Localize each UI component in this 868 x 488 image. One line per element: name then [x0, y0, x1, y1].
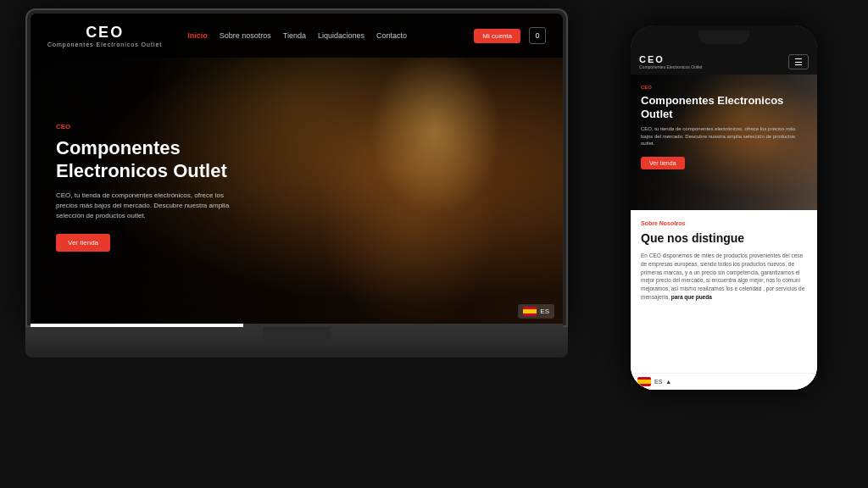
phone-menu-button[interactable]: ☰ — [788, 54, 809, 69]
nav-links: Inicio Sobre nosotros Tienda Liquidacion… — [187, 31, 474, 40]
phone-hero-content: CEO Componentes Electronicos Outlet CEO,… — [641, 85, 807, 169]
language-label: ES — [540, 308, 549, 315]
desktop-monitor: CEO Componentes Electronicos Outlet Inic… — [25, 8, 568, 358]
progress-fill — [31, 324, 243, 327]
phone-screen: CEO Componentes Electronicos Outlet ☰ CE… — [631, 49, 817, 390]
monitor-stand-neck-inner — [263, 327, 331, 344]
phone-hero-description: CEO, tu tienda de componentes electrónic… — [641, 125, 807, 147]
hero-section: CEO Componentes Electronicos Outlet CEO,… — [31, 14, 563, 327]
monitor-screen: CEO Componentes Electronicos Outlet Inic… — [31, 14, 563, 327]
page-progress-bar — [31, 324, 563, 327]
phone-hero-section: CEO Componentes Electronicos Outlet CEO,… — [631, 75, 817, 210]
language-badge[interactable]: ES — [518, 304, 554, 319]
phone-hero-title: Componentes Electronicos Outlet — [641, 94, 807, 120]
phone-cta-button[interactable]: Ver tienda — [641, 157, 685, 169]
hero-cta-button[interactable]: Ver tienda — [56, 234, 110, 252]
hero-title: Componentes Electronicos Outlet — [56, 137, 293, 182]
phone-language-label: ES — [654, 379, 662, 385]
phone-about-text: En CEO disponemos de miles de productos … — [641, 252, 807, 302]
mobile-phone: CEO Componentes Electronicos Outlet ☰ CE… — [631, 25, 817, 390]
phone-flag-spain-icon — [637, 377, 651, 386]
hero-content: CEO Componentes Electronicos Outlet CEO,… — [56, 123, 293, 252]
chevron-up-icon: ▲ — [665, 379, 671, 385]
mi-cuenta-button[interactable]: Mi cuenta — [474, 29, 520, 43]
phone-about-title: Que nos distingue — [641, 231, 807, 245]
monitor-bezel: CEO Componentes Electronicos Outlet Inic… — [25, 8, 568, 327]
desktop-nav: CEO Componentes Electronicos Outlet Inic… — [31, 14, 563, 58]
phone-nav-title: CEO — [639, 54, 665, 64]
phone-hero-tag: CEO — [641, 85, 807, 90]
about-text-part2: mejoramos, así mismo realizamos los e — [641, 286, 737, 291]
flag-spain-icon — [523, 307, 537, 316]
cart-button[interactable]: 0 — [529, 27, 546, 44]
nav-link-inicio[interactable]: Inicio — [187, 31, 208, 40]
phone-about-tag: Sobre Nosotros — [641, 220, 807, 226]
monitor-stand-neck — [25, 327, 568, 344]
phone-nav-logo: CEO Componentes Electronicos Outlet — [639, 54, 702, 69]
phone-about-section: Sobre Nosotros Que nos distingue En CEO … — [631, 210, 817, 390]
nav-logo-subtitle: Componentes Electronicos Outlet — [47, 42, 162, 47]
website-desktop: CEO Componentes Electronicos Outlet Inic… — [31, 14, 563, 327]
monitor-stand-base — [25, 344, 568, 358]
nav-link-liquidaciones[interactable]: Liquidaciones — [318, 31, 364, 40]
phone-nav-subtitle: Componentes Electronicos Outlet — [639, 64, 702, 69]
phone-language-bar[interactable]: ES ▲ — [631, 373, 817, 390]
phone-nav: CEO Componentes Electronicos Outlet ☰ — [631, 49, 817, 75]
hero-description: CEO, tu tienda de componentes electrónic… — [56, 191, 242, 221]
nav-logo: CEO Componentes Electronicos Outlet — [47, 24, 162, 47]
about-text-part1: En CEO disponemos de miles de productos … — [641, 252, 803, 283]
main-scene: CEO Componentes Electronicos Outlet Inic… — [0, 0, 868, 488]
hero-person-illustration — [283, 47, 537, 327]
nav-link-contacto[interactable]: Contacto — [376, 31, 407, 40]
phone-website: CEO Componentes Electronicos Outlet ☰ CE… — [631, 49, 817, 390]
phone-notch — [698, 30, 749, 44]
nav-link-tienda[interactable]: Tienda — [283, 31, 306, 40]
about-text-bold: para que pueda — [671, 294, 712, 300]
nav-link-sobre[interactable]: Sobre nosotros — [220, 31, 271, 40]
hero-tag: CEO — [56, 123, 293, 130]
phone-notch-bar — [631, 25, 817, 49]
nav-logo-title: CEO — [86, 24, 124, 42]
hamburger-icon: ☰ — [794, 57, 803, 68]
